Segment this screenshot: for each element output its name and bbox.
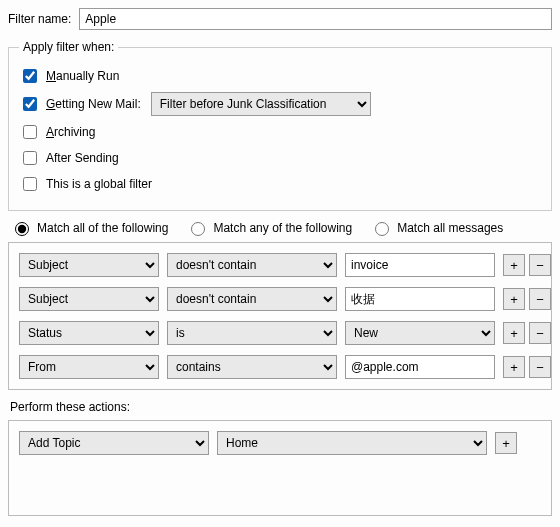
rule-field-select[interactable]: Subject [19,287,159,311]
add-rule-button[interactable]: + [503,356,525,378]
getting-new-mail-row: Getting New Mail: Filter before Junk Cla… [19,92,541,116]
remove-rule-button[interactable]: − [529,254,551,276]
action-value-select[interactable]: Home [217,431,487,455]
remove-rule-button[interactable]: − [529,288,551,310]
manually-run-row: Manually Run [19,66,541,86]
getting-new-mail-checkbox[interactable] [23,97,37,111]
rule-row: Subject doesn't contain + − [19,287,541,311]
match-any-radio[interactable] [191,222,205,236]
rule-field-select[interactable]: From [19,355,159,379]
rule-value-input[interactable] [345,355,495,379]
archiving-checkbox[interactable] [23,125,37,139]
apply-filter-when-legend: Apply filter when: [19,40,118,54]
filter-name-label: Filter name: [8,12,71,26]
add-rule-button[interactable]: + [503,322,525,344]
rule-op-select[interactable]: contains [167,355,337,379]
rule-row: Status is New + − [19,321,541,345]
perform-actions-label: Perform these actions: [10,400,552,414]
rule-field-select[interactable]: Subject [19,253,159,277]
rule-value-input[interactable] [345,253,495,277]
match-all-radio[interactable] [15,222,29,236]
rule-value-input[interactable] [345,287,495,311]
action-row: Add Topic Home + [19,431,541,455]
rule-op-select[interactable]: is [167,321,337,345]
filter-name-row: Filter name: [8,8,552,30]
match-all-messages-radio[interactable] [375,222,389,236]
after-sending-checkbox[interactable] [23,151,37,165]
rule-op-select[interactable]: doesn't contain [167,287,337,311]
action-name-select[interactable]: Add Topic [19,431,209,455]
rule-op-select[interactable]: doesn't contain [167,253,337,277]
add-rule-button[interactable]: + [503,288,525,310]
global-filter-label: This is a global filter [46,177,152,191]
after-sending-label: After Sending [46,151,119,165]
global-filter-checkbox[interactable] [23,177,37,191]
actions-container: Add Topic Home + [8,420,552,516]
match-all-messages-option[interactable]: Match all messages [370,219,503,236]
remove-rule-button[interactable]: − [529,356,551,378]
rule-row: From contains + − [19,355,541,379]
junk-classification-select[interactable]: Filter before Junk Classification [151,92,371,116]
manually-run-label: Manually Run [46,69,119,83]
add-action-button[interactable]: + [495,432,517,454]
add-rule-button[interactable]: + [503,254,525,276]
rule-value-select[interactable]: New [345,321,495,345]
manually-run-checkbox[interactable] [23,69,37,83]
rule-row: Subject doesn't contain + − [19,253,541,277]
match-mode-group: Match all of the following Match any of … [10,219,552,236]
match-all-option[interactable]: Match all of the following [10,219,168,236]
match-any-option[interactable]: Match any of the following [186,219,352,236]
rule-field-select[interactable]: Status [19,321,159,345]
getting-new-mail-label: Getting New Mail: [46,97,141,111]
remove-rule-button[interactable]: − [529,322,551,344]
apply-filter-when-group: Apply filter when: Manually Run Getting … [8,40,552,211]
archiving-row: Archiving [19,122,541,142]
global-filter-row: This is a global filter [19,174,541,194]
archiving-label: Archiving [46,125,95,139]
after-sending-row: After Sending [19,148,541,168]
rules-container: Subject doesn't contain + − Subject does… [8,242,552,390]
filter-name-input[interactable] [79,8,552,30]
